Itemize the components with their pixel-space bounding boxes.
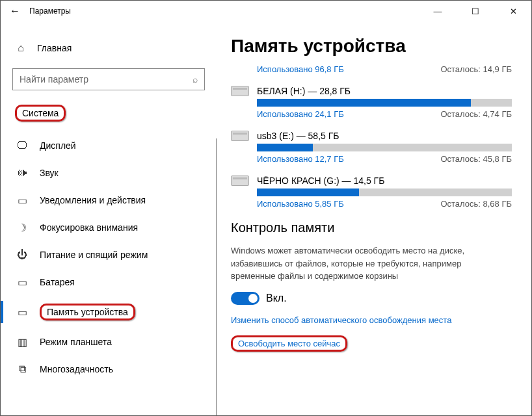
- home-label: Главная: [37, 43, 72, 53]
- drive-row[interactable]: БЕЛАЯ (H:) — 28,8 ГБИспользовано 24,1 ГБ…: [231, 86, 512, 119]
- focus-icon: ☽: [16, 222, 28, 233]
- search-icon: ⌕: [193, 74, 198, 84]
- titlebar: ← Параметры — ☐ ✕: [1, 1, 531, 21]
- search-placeholder: Найти параметр: [20, 74, 193, 84]
- remain-label: Осталось: 45,8 ГБ: [440, 154, 512, 164]
- sidebar-item-power[interactable]: ⏻Питание и спящий режим: [12, 241, 205, 268]
- settings-window: ← Параметры — ☐ ✕ ⌂ Главная Найти параме…: [0, 0, 532, 416]
- sidebar-item-label: Многозадачность: [40, 364, 113, 374]
- drive-icon: [231, 176, 249, 186]
- minimize-button[interactable]: —: [425, 6, 451, 16]
- home-link[interactable]: ⌂ Главная: [15, 42, 205, 54]
- storage-sense-heading: Контроль памяти: [231, 220, 512, 235]
- sidebar-item-notifications[interactable]: ▭Уведомления и действия: [12, 187, 205, 214]
- sidebar-item-tablet[interactable]: ▥Режим планшета: [12, 328, 205, 356]
- sidebar-item-label: Память устройства: [40, 304, 135, 320]
- home-icon: ⌂: [15, 42, 27, 54]
- sidebar: ⌂ Главная Найти параметр ⌕ Система 🖵Дисп…: [1, 21, 217, 415]
- display-icon: 🖵: [16, 140, 28, 151]
- main-content: Память устройства Использовано 96,8 ГБОс…: [217, 21, 531, 415]
- page-title: Память устройства: [231, 36, 512, 57]
- usage-bar: [257, 99, 512, 107]
- sidebar-item-display[interactable]: 🖵Дисплей: [12, 132, 205, 159]
- sound-icon: 🕪: [16, 167, 28, 179]
- close-button[interactable]: ✕: [500, 6, 526, 16]
- used-label: Использовано 96,8 ГБ: [257, 64, 344, 74]
- sidebar-item-label: Звук: [40, 168, 59, 178]
- sidebar-item-storage[interactable]: ▭Память устройства: [12, 296, 205, 328]
- change-auto-free-link[interactable]: Изменить способ автоматического освобожд…: [231, 315, 512, 325]
- storage-sense-toggle[interactable]: [231, 292, 259, 305]
- drive-title: ЧЁРНО КРАСН (G:) — 14,5 ГБ: [257, 176, 384, 186]
- remain-label: Осталось: 4,74 ГБ: [440, 109, 512, 119]
- sidebar-item-battery[interactable]: ▭Батарея: [12, 268, 205, 296]
- drive-row[interactable]: usb3 (E:) — 58,5 ГБИспользовано 12,7 ГБО…: [231, 131, 512, 164]
- sidebar-item-label: Дисплей: [40, 140, 76, 151]
- sidebar-item-sound[interactable]: 🕪Звук: [12, 159, 205, 187]
- sidebar-item-multitask[interactable]: ⧉Многозадачность: [12, 356, 205, 383]
- power-icon: ⏻: [16, 249, 28, 261]
- multitask-icon: ⧉: [16, 363, 28, 375]
- storage-sense-toggle-row: Вкл.: [231, 292, 512, 305]
- drives-list: Использовано 96,8 ГБОсталось: 14,9 ГББЕЛ…: [231, 64, 512, 209]
- free-space-now-link[interactable]: Освободить место сейчас: [231, 335, 347, 352]
- used-label: Использовано 5,85 ГБ: [257, 199, 344, 209]
- sidebar-item-label: Батарея: [40, 277, 75, 287]
- maximize-button[interactable]: ☐: [462, 6, 488, 16]
- drive-row[interactable]: ЧЁРНО КРАСН (G:) — 14,5 ГБИспользовано 5…: [231, 176, 512, 209]
- notifications-icon: ▭: [16, 194, 28, 206]
- sidebar-item-label: Уведомления и действия: [40, 195, 146, 205]
- search-input[interactable]: Найти параметр ⌕: [12, 68, 205, 90]
- back-button[interactable]: ←: [6, 5, 24, 17]
- sidebar-item-label: Питание и спящий режим: [40, 250, 148, 260]
- storage-icon: ▭: [16, 306, 28, 318]
- remain-label: Осталось: 8,68 ГБ: [440, 199, 512, 209]
- usage-bar: [257, 144, 512, 151]
- section-label: Система: [15, 105, 66, 122]
- used-label: Использовано 12,7 ГБ: [257, 154, 344, 164]
- tablet-icon: ▥: [16, 336, 28, 348]
- toggle-label: Вкл.: [266, 292, 287, 304]
- free-space-now-label: Освободить место сейчас: [231, 335, 347, 352]
- sidebar-item-label: Фокусировка внимания: [40, 222, 138, 233]
- remain-label: Осталось: 14,9 ГБ: [440, 64, 512, 74]
- drive-icon: [231, 86, 249, 96]
- usage-bar: [257, 188, 512, 196]
- section-label-wrap: Система: [12, 105, 205, 132]
- drive-row[interactable]: Использовано 96,8 ГБОсталось: 14,9 ГБ: [231, 64, 512, 74]
- drive-title: usb3 (E:) — 58,5 ГБ: [257, 131, 339, 141]
- sidebar-item-label: Режим планшета: [40, 337, 112, 347]
- used-label: Использовано 24,1 ГБ: [257, 109, 344, 119]
- storage-sense-desc: Windows может автоматически освободить м…: [231, 244, 504, 283]
- sidebar-menu: 🖵Дисплей 🕪Звук ▭Уведомления и действия ☽…: [12, 132, 205, 383]
- sidebar-divider: [216, 138, 217, 415]
- window-title: Параметры: [29, 6, 71, 16]
- sidebar-item-focus[interactable]: ☽Фокусировка внимания: [12, 214, 205, 241]
- battery-icon: ▭: [16, 276, 28, 288]
- drive-title: БЕЛАЯ (H:) — 28,8 ГБ: [257, 86, 351, 96]
- drive-icon: [231, 131, 249, 141]
